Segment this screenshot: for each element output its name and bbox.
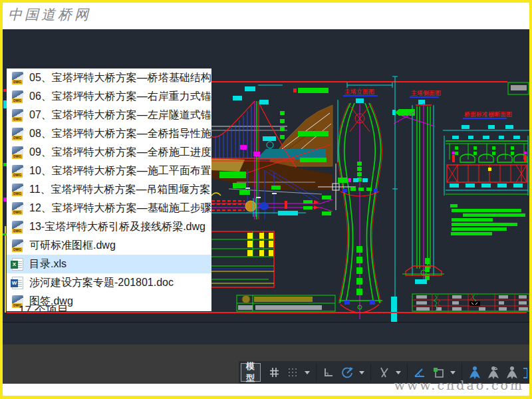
- dwg-file-icon: [12, 184, 23, 196]
- file-name: 目录.xls: [29, 257, 66, 271]
- file-name: 07、宝塔坪特大桥方案—左岸隧道式锚碇结构图.dwg: [29, 108, 211, 122]
- polar-tracking-icon[interactable]: [338, 363, 356, 382]
- tower-side-elevation: 主塔侧面图: [392, 90, 444, 284]
- file-name: 09、宝塔坪特大桥方案—全桥施工进度表.dwg: [29, 146, 211, 160]
- osnap-dropdown-chevron-icon[interactable]: [396, 371, 401, 374]
- dwg-file-icon: [12, 109, 23, 122]
- tower-front-elevation: 主塔立面图: [337, 76, 398, 322]
- file-item-selected[interactable]: 目录.xls: [7, 255, 211, 273]
- command-line-area[interactable]: [3, 322, 529, 344]
- file-item[interactable]: 可研标准图框.dwg: [7, 236, 211, 255]
- grid-display-icon[interactable]: [265, 363, 283, 382]
- file-item[interactable]: 07、宝塔坪特大桥方案—左岸隧道式锚碇结构图.dwg: [7, 106, 211, 124]
- file-item[interactable]: 09、宝塔坪特大桥方案—全桥施工进度表.dwg: [7, 143, 211, 162]
- dwg-file-icon: [12, 221, 23, 233]
- file-item[interactable]: 13-宝塔坪特大桥引桥及接线桥梁.dwg: [7, 217, 211, 236]
- schedule-bars: [237, 295, 335, 311]
- file-item[interactable]: 10、宝塔坪特大桥方案—施工平面布置图.dwg: [7, 162, 211, 180]
- separator: [316, 364, 317, 381]
- file-list-popup: 05、宝塔坪特大桥方案—桥塔基础结构图.dwg 06、宝塔坪特大桥方案—右岸重力…: [7, 68, 211, 311]
- quantity-table: [209, 231, 274, 287]
- file-item[interactable]: 11、宝塔坪特大桥方案—吊箱围堰方案.dwg: [7, 180, 211, 199]
- tower-side-title: 主塔侧面图: [411, 90, 441, 96]
- file-item[interactable]: 08、宝塔坪特大桥方案—全桥指导性施工步骤图.dwg: [7, 124, 211, 143]
- dwg-file-icon: [12, 146, 23, 159]
- file-name: 11、宝塔坪特大桥方案—吊箱围堰方案.dwg: [29, 183, 211, 197]
- model-tab-button[interactable]: 模型: [241, 363, 261, 382]
- file-name: 08、宝塔坪特大桥方案—全桥指导性施工步骤图.dwg: [29, 127, 211, 141]
- tower-front-title: 主塔立面图: [344, 88, 374, 95]
- polar-dropdown-chevron-icon[interactable]: [359, 371, 364, 374]
- deck-cross-section: 桥面标准横断面图: [443, 111, 529, 196]
- title-block: [412, 294, 529, 311]
- dwg-file-icon: [12, 239, 23, 252]
- file-item[interactable]: 06、宝塔坪特大桥方案—右岸重力式锚碇结构图.dwg: [7, 87, 211, 106]
- notes-block: [450, 204, 525, 235]
- site-watermark-bottom: www.cndao.com: [394, 378, 524, 392]
- site-watermark-top: 中国道桥网: [8, 5, 91, 24]
- dwg-file-icon: [12, 202, 23, 215]
- snap-mode-icon[interactable]: [284, 363, 301, 382]
- file-item[interactable]: 05、宝塔坪特大桥方案—桥塔基础结构图.dwg: [7, 68, 211, 87]
- xls-file-icon: [12, 258, 23, 271]
- file-name: 13-宝塔坪特大桥引桥及接线桥梁.dwg: [29, 220, 205, 234]
- top-band: 中国道桥网: [3, 3, 529, 29]
- dwg-file-icon: [12, 90, 23, 103]
- ortho-mode-icon[interactable]: [320, 363, 337, 382]
- item-count-label: 17 个项目: [19, 303, 68, 311]
- separator: [370, 364, 371, 381]
- file-name: 12、宝塔坪特大桥方案—基础施工步骤图.dwg: [29, 201, 211, 215]
- file-item[interactable]: 涉河建设方案专题-201801.doc: [7, 273, 211, 292]
- application-window: 中国道桥网: [0, 0, 532, 399]
- file-name: 10、宝塔坪特大桥方案—施工平面布置图.dwg: [29, 164, 211, 178]
- doc-file-icon: [12, 277, 23, 289]
- selection-dropdown-chevron-icon[interactable]: [450, 371, 456, 374]
- file-name: 可研标准图框.dwg: [29, 239, 116, 253]
- snap-dropdown-chevron-icon[interactable]: [305, 371, 310, 374]
- osnap-tracking-icon[interactable]: [375, 363, 392, 382]
- file-name: 05、宝塔坪特大桥方案—桥塔基础结构图.dwg: [29, 71, 211, 85]
- file-item[interactable]: 12、宝塔坪特大桥方案—基础施工步骤图.dwg: [7, 199, 211, 217]
- dwg-file-icon: [12, 128, 23, 140]
- legend-box: [508, 82, 529, 94]
- anchorage-detail: [211, 196, 332, 217]
- dwg-file-icon: [12, 165, 23, 178]
- dwg-file-icon: [12, 72, 23, 84]
- file-name: 涉河建设方案专题-201801.doc: [29, 276, 174, 290]
- file-name: 06、宝塔坪特大桥方案—右岸重力式锚碇结构图.dwg: [29, 90, 211, 104]
- cross-section-title: 桥面标准横断面图: [464, 111, 512, 118]
